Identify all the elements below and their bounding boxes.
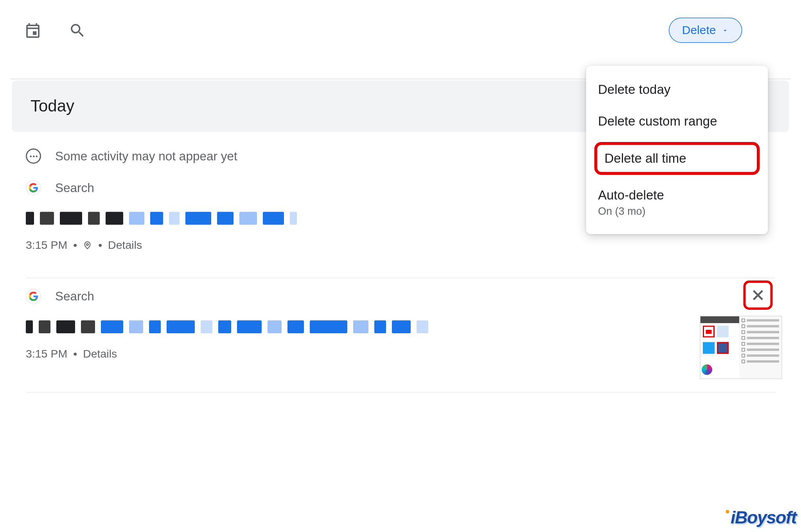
close-icon [751, 288, 766, 303]
item-time: 3:15 PM [26, 347, 67, 360]
item-source: Search [55, 289, 94, 304]
item-meta: 3:15 PM • Details [26, 339, 775, 364]
watermark: iBoysoft [726, 507, 796, 527]
item-title-redacted[interactable] [26, 309, 775, 339]
ellipsis-circle-icon [26, 149, 41, 164]
toolbar: Delete [0, 0, 801, 57]
location-pin-icon [83, 241, 92, 250]
svg-point-0 [87, 244, 89, 246]
item-thumbnail [700, 316, 782, 379]
google-icon [26, 289, 41, 304]
menu-item-delete-custom-range[interactable]: Delete custom range [586, 106, 768, 137]
item-divider [26, 392, 775, 393]
chevron-down-icon [722, 27, 729, 34]
item-details-link[interactable]: Details [83, 347, 117, 360]
item-time: 3:15 PM [26, 239, 67, 252]
google-icon [26, 180, 41, 196]
activity-item: Search [0, 278, 801, 374]
delete-dropdown-menu: Delete today Delete custom range Delete … [586, 66, 768, 234]
delete-label: Delete [682, 23, 716, 37]
menu-item-delete-all-time[interactable]: Delete all time [594, 142, 760, 175]
item-details-link[interactable]: Details [108, 239, 142, 252]
item-source: Search [55, 181, 94, 195]
delete-dropdown-button[interactable]: Delete [668, 18, 742, 43]
item-meta: 3:15 PM • • Details [26, 231, 775, 255]
search-icon[interactable] [67, 20, 88, 41]
menu-item-delete-today[interactable]: Delete today [586, 74, 768, 106]
calendar-icon[interactable] [22, 20, 43, 41]
delete-item-button[interactable] [744, 280, 773, 310]
activity-notice-text: Some activity may not appear yet [55, 149, 237, 163]
menu-item-auto-delete[interactable]: Auto-delete On (3 mo) [586, 180, 768, 226]
